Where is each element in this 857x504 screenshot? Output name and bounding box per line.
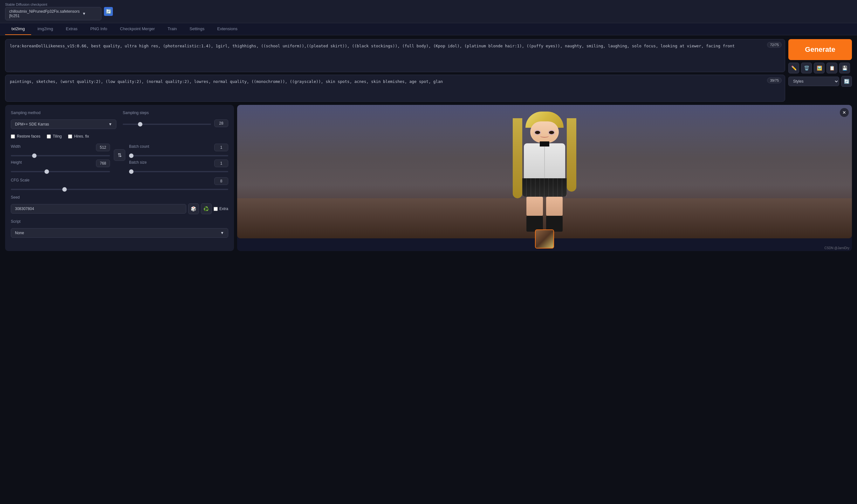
- cfg-scale-slider[interactable]: [11, 189, 228, 190]
- thumbnail-1-preview: [536, 230, 553, 248]
- batch-count-section: Batch count 1: [129, 144, 228, 156]
- swap-icon: ⇅: [118, 152, 122, 158]
- sampling-steps-slider-container: [123, 121, 211, 126]
- chevron-down-sampling-icon: ▼: [108, 122, 112, 127]
- extra-label: Extra: [219, 206, 228, 211]
- skirt: [522, 178, 567, 197]
- positive-token-count: 72/75: [767, 42, 782, 48]
- negative-token-count: 39/75: [767, 78, 782, 83]
- pleats: [522, 178, 567, 197]
- batch-count-label: Batch count: [129, 144, 149, 149]
- height-slider[interactable]: [11, 171, 110, 172]
- tiling-input[interactable]: [47, 134, 51, 138]
- image-icon-button[interactable]: 🖼️: [814, 63, 825, 73]
- script-section: Script None ▼: [11, 219, 228, 238]
- extra-checkbox-label[interactable]: Extra: [214, 206, 228, 211]
- batch-size-slider[interactable]: [129, 171, 228, 172]
- watermark: CSDN @JarniDry: [825, 246, 850, 250]
- batch-size-label: Batch size: [129, 160, 147, 165]
- hair-right: [567, 118, 576, 191]
- extra-checkbox-input[interactable]: [214, 207, 218, 211]
- chevron-down-script-icon: ▼: [220, 231, 224, 235]
- chevron-down-icon: ▼: [82, 12, 97, 16]
- save-icon-button[interactable]: 💾: [839, 63, 850, 73]
- refresh-styles-icon: 🔄: [844, 79, 850, 84]
- params-image-row: Sampling method DPM++ SDE Karras ▼ Sampl…: [5, 105, 852, 251]
- script-label: Script: [11, 219, 228, 224]
- sampling-steps-slider-row: 28: [123, 119, 228, 127]
- dimensions-batch-row: Width 512 Height 768: [11, 144, 228, 172]
- trash-icon: 🗑️: [804, 65, 809, 70]
- script-value: None: [15, 231, 24, 235]
- positive-prompt-input[interactable]: lora:koreanDollLikeness_v15:0.66, best q…: [5, 39, 785, 71]
- trash-icon-button[interactable]: 🗑️: [801, 63, 812, 73]
- styles-refresh-button[interactable]: 🔄: [841, 76, 852, 87]
- width-value: 512: [96, 144, 110, 151]
- sampling-steps-slider[interactable]: [123, 123, 211, 125]
- shirt-detail: [544, 147, 545, 178]
- width-label: Width: [11, 144, 21, 149]
- hires-fix-label: Hires. fix: [74, 134, 89, 138]
- clipboard-icon: 📋: [829, 65, 835, 70]
- face: [530, 121, 559, 143]
- checkpoint-label: Stable Diffusion checkpoint: [5, 2, 101, 6]
- prompt-area: lora:koreanDollLikeness_v15:0.66, best q…: [5, 39, 852, 102]
- pen-icon-button[interactable]: ✏️: [788, 63, 799, 73]
- negative-prompt-input[interactable]: paintings, sketches, (worst quality:2), …: [5, 75, 785, 100]
- seed-random-button[interactable]: 🎲: [188, 203, 199, 214]
- cfg-scale-value: 8: [214, 177, 228, 185]
- restore-faces-checkbox[interactable]: Restore faces: [11, 134, 40, 138]
- width-slider[interactable]: [11, 155, 110, 156]
- restore-faces-label: Restore faces: [17, 134, 40, 138]
- legs: [526, 197, 562, 216]
- pen-icon: ✏️: [791, 65, 796, 70]
- tab-img2img[interactable]: img2img: [31, 23, 60, 35]
- height-section: Height 768: [11, 159, 110, 172]
- tab-txt2img[interactable]: txt2img: [5, 23, 31, 35]
- script-dropdown[interactable]: None ▼: [11, 228, 228, 238]
- generate-button[interactable]: Generate: [788, 39, 852, 60]
- tab-extensions[interactable]: Extensions: [211, 23, 244, 35]
- seed-input[interactable]: [11, 204, 186, 214]
- sampling-method-dropdown[interactable]: DPM++ SDE Karras ▼: [11, 119, 116, 129]
- hair-left: [513, 118, 522, 198]
- image-figure: [237, 105, 852, 238]
- hires-fix-input[interactable]: [68, 134, 72, 138]
- checkboxes-row: Restore faces Tiling Hires. fix: [11, 134, 228, 138]
- hires-fix-checkbox[interactable]: Hires. fix: [68, 134, 89, 138]
- tiling-checkbox[interactable]: Tiling: [47, 134, 62, 138]
- restore-faces-input[interactable]: [11, 134, 15, 138]
- tiling-label: Tiling: [53, 134, 62, 138]
- seed-recycle-button[interactable]: ♻️: [201, 203, 212, 214]
- tab-settings[interactable]: Settings: [183, 23, 211, 35]
- tab-train[interactable]: Train: [161, 23, 183, 35]
- tab-extras[interactable]: Extras: [60, 23, 84, 35]
- checkpoint-refresh-icon[interactable]: 🔄: [104, 7, 113, 16]
- top-bar: Stable Diffusion checkpoint chilloutmix_…: [0, 0, 857, 23]
- dice-icon: 🎲: [191, 206, 196, 211]
- right-eye: [549, 131, 554, 134]
- height-label: Height: [11, 160, 22, 165]
- tab-pnginfo[interactable]: PNG Info: [84, 23, 114, 35]
- bow: [540, 141, 549, 147]
- main-content: lora:koreanDollLikeness_v15:0.66, best q…: [0, 35, 857, 255]
- batch-col: Batch count 1 Batch size 1: [129, 144, 228, 172]
- sampling-row: Sampling method DPM++ SDE Karras ▼ Sampl…: [11, 111, 228, 129]
- styles-select[interactable]: Styles: [788, 77, 839, 86]
- wh-col: Width 512 Height 768: [11, 144, 110, 172]
- left-eye: [535, 131, 540, 134]
- tab-checkpoint-merger[interactable]: Checkpoint Merger: [114, 23, 161, 35]
- refresh-icon: 🔄: [106, 9, 111, 14]
- seed-row: Seed 🎲 ♻️ Extra: [11, 195, 228, 214]
- batch-count-slider[interactable]: [129, 155, 228, 156]
- checkpoint-dropdown[interactable]: chilloutmix_NiPrunedFp32Fix.safetensors …: [5, 7, 101, 20]
- positive-prompt-box: lora:koreanDollLikeness_v15:0.66, best q…: [5, 39, 785, 72]
- checkpoint-value: chilloutmix_NiPrunedFp32Fix.safetensors …: [9, 9, 80, 18]
- actions-column: Generate ✏️ 🗑️ 🖼️ 📋 💾: [788, 39, 852, 87]
- image-icon: 🖼️: [817, 65, 822, 70]
- sampling-steps-section: Sampling steps 28: [123, 111, 228, 127]
- thumbnail-1[interactable]: [535, 230, 554, 249]
- clipboard-icon-button[interactable]: 📋: [826, 63, 837, 73]
- seed-label: Seed: [11, 195, 228, 200]
- swap-dimensions-button[interactable]: ⇅: [114, 149, 125, 161]
